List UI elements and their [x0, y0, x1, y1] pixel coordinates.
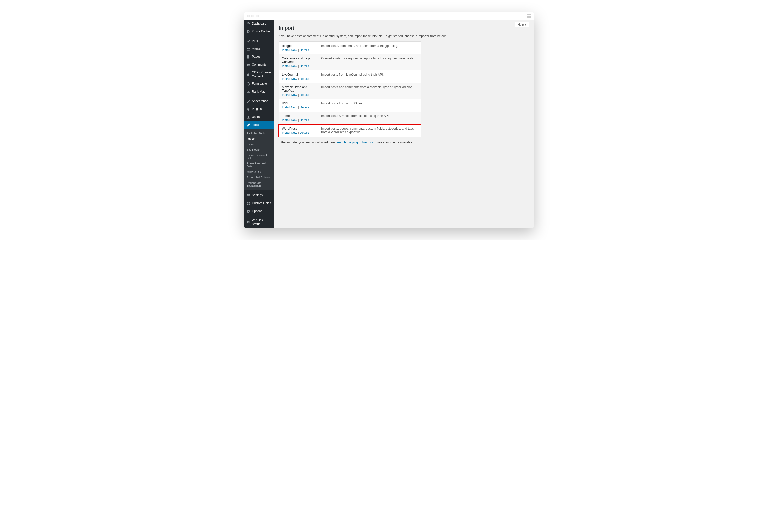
minimize-window-icon[interactable]: [251, 15, 254, 17]
sidebar-item-label: Rank Math: [252, 90, 266, 94]
page-icon: [246, 55, 250, 59]
wrench-icon: [246, 123, 250, 127]
page-title: Import: [279, 25, 529, 31]
importer-actions: Install Now | Details: [282, 118, 318, 122]
importer-table: BloggerInstall Now | DetailsImport posts…: [279, 41, 421, 137]
maximize-window-icon[interactable]: [256, 15, 259, 17]
importer-row-categories-and-tags-converter: Categories and Tags ConverterInstall Now…: [279, 54, 421, 70]
importer-left: WordPressInstall Now | Details: [279, 124, 321, 137]
install-now-link[interactable]: Install Now: [282, 48, 297, 52]
install-now-link[interactable]: Install Now: [282, 131, 297, 135]
sidebar-item-media[interactable]: Media: [244, 45, 274, 53]
details-link[interactable]: Details: [300, 118, 309, 122]
details-link[interactable]: Details: [300, 77, 309, 81]
divider: |: [297, 77, 300, 81]
importer-description: Import posts, comments, and users from a…: [321, 41, 421, 54]
details-link[interactable]: Details: [300, 106, 309, 109]
lock-icon: [246, 72, 250, 77]
details-link[interactable]: Details: [300, 93, 309, 97]
details-link[interactable]: Details: [300, 48, 309, 52]
sidebar-item-label: Media: [252, 47, 260, 51]
submenu-item-import[interactable]: Import: [244, 136, 274, 142]
sidebar-item-custom-fields[interactable]: Custom Fields: [244, 199, 274, 207]
sidebar-item-label: Kinsta Cache: [252, 30, 269, 34]
top-divider: [279, 20, 417, 20]
install-now-link[interactable]: Install Now: [282, 106, 297, 109]
sidebar-item-label: Settings: [252, 193, 263, 197]
sidebar-item-settings[interactable]: Settings: [244, 191, 274, 199]
divider: |: [297, 118, 300, 122]
sidebar-item-wp-link-status[interactable]: WP Link Status: [244, 217, 274, 228]
media-icon: [246, 47, 250, 51]
importer-description: Import posts from LiveJournal using thei…: [321, 70, 421, 83]
sidebar-item-dashboard[interactable]: Dashboard: [244, 20, 274, 28]
submenu-item-site-health[interactable]: Site Health: [244, 147, 274, 152]
sidebar-item-formidable[interactable]: Formidable: [244, 80, 274, 88]
submenu-item-regenerate-thumbnails[interactable]: Regenerate Thumbnails: [244, 180, 274, 188]
divider: |: [297, 93, 300, 97]
importer-left: Movable Type and TypePadInstall Now | De…: [279, 83, 321, 99]
search-plugin-directory-link[interactable]: search the plugin directory: [336, 141, 373, 144]
plug-icon: [246, 107, 250, 111]
importer-description: Convert existing categories to tags or t…: [321, 54, 421, 70]
close-window-icon[interactable]: [247, 15, 250, 17]
install-now-link[interactable]: Install Now: [282, 64, 297, 68]
importer-name: Categories and Tags Converter: [282, 57, 318, 64]
circle-icon: [246, 82, 250, 86]
sidebar-item-users[interactable]: Users: [244, 113, 274, 121]
chart-icon: [246, 90, 250, 94]
footer-text: If the importer you need is not listed h…: [279, 141, 529, 144]
importer-row-wordpress: WordPressInstall Now | DetailsImport pos…: [279, 124, 421, 137]
sidebar-item-label: Appearance: [252, 99, 268, 103]
sidebar-item-label: Pages: [252, 55, 260, 59]
sidebar-item-pages[interactable]: Pages: [244, 53, 274, 61]
submenu-item-available-tools[interactable]: Available Tools: [244, 130, 274, 136]
kinsta-icon: [246, 29, 250, 34]
sidebar-item-options[interactable]: Options: [244, 207, 274, 215]
install-now-link[interactable]: Install Now: [282, 118, 297, 122]
admin-sidebar: DashboardKinsta CachePostsMediaPagesComm…: [244, 20, 274, 228]
sidebar-item-label: Posts: [252, 39, 259, 43]
content-area: Help ▾ Import If you have posts or comme…: [274, 20, 534, 228]
submenu-item-export[interactable]: Export: [244, 142, 274, 147]
sidebar-item-kinsta-cache[interactable]: Kinsta Cache: [244, 28, 274, 36]
submenu-item-scheduled-actions[interactable]: Scheduled Actions: [244, 175, 274, 180]
submenu-item-erase-personal-data[interactable]: Erase Personal Data: [244, 161, 274, 169]
intro-text: If you have posts or comments in another…: [279, 34, 529, 38]
sidebar-item-plugins[interactable]: Plugins: [244, 105, 274, 113]
sliders-icon: [246, 193, 250, 198]
importer-actions: Install Now | Details: [282, 131, 318, 135]
importer-actions: Install Now | Details: [282, 106, 318, 109]
divider: |: [297, 48, 300, 52]
importer-name: Blogger: [282, 44, 318, 48]
hamburger-icon[interactable]: [527, 14, 531, 18]
importer-actions: Install Now | Details: [282, 77, 318, 81]
sidebar-item-gdpr-cookie-consent[interactable]: GDPR Cookie Consent: [244, 69, 274, 80]
brush-icon: [246, 99, 250, 103]
divider: |: [297, 131, 300, 135]
submenu-item-migrate-db[interactable]: Migrate DB: [244, 169, 274, 175]
sidebar-item-rank-math[interactable]: Rank Math: [244, 88, 274, 96]
sidebar-item-label: Users: [252, 115, 260, 119]
importer-left: Categories and Tags ConverterInstall Now…: [279, 54, 321, 70]
importer-description: Import posts and comments from a Movable…: [321, 83, 421, 99]
submenu-item-export-personal-data[interactable]: Export Personal Data: [244, 152, 274, 161]
details-link[interactable]: Details: [300, 131, 309, 135]
browser-titlebar: [244, 12, 534, 20]
details-link[interactable]: Details: [300, 64, 309, 68]
install-now-link[interactable]: Install Now: [282, 77, 297, 81]
importer-left: BloggerInstall Now | Details: [279, 41, 321, 54]
help-label: Help: [518, 23, 524, 26]
link-icon: [246, 220, 250, 225]
sidebar-item-tools[interactable]: Tools: [244, 121, 274, 129]
gear-icon: [246, 209, 250, 213]
importer-description: Import posts & media from Tumblr using t…: [321, 112, 421, 124]
sidebar-item-posts[interactable]: Posts: [244, 37, 274, 45]
comment-icon: [246, 63, 250, 67]
sidebar-item-appearance[interactable]: Appearance: [244, 97, 274, 105]
install-now-link[interactable]: Install Now: [282, 93, 297, 97]
help-tab[interactable]: Help ▾: [515, 22, 529, 27]
sidebar-item-comments[interactable]: Comments: [244, 61, 274, 69]
importer-description: Import posts from an RSS feed.: [321, 99, 421, 112]
browser-window: DashboardKinsta CachePostsMediaPagesComm…: [244, 12, 534, 228]
